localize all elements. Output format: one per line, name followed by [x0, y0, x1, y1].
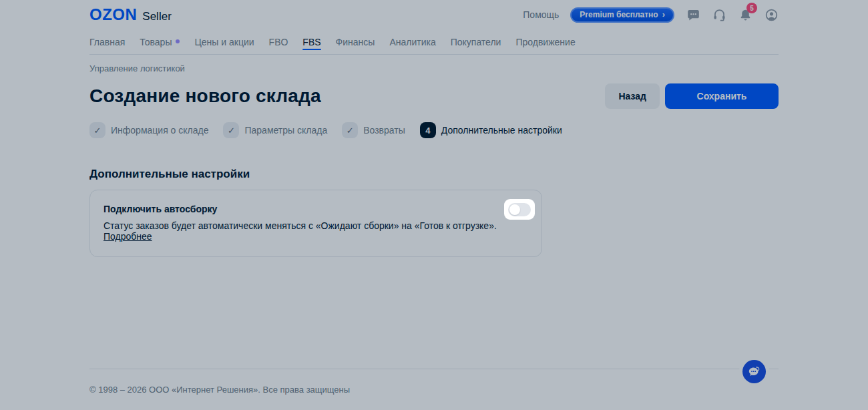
- notification-count-badge: 5: [746, 3, 757, 13]
- profile-button[interactable]: [764, 7, 779, 22]
- support-button[interactable]: [712, 7, 726, 22]
- toggle-highlight-box: [504, 199, 535, 220]
- chat-bubble-icon: [747, 365, 761, 379]
- seller-logo-text: Seller: [142, 10, 171, 23]
- nav-item-glavnaya[interactable]: Главная: [89, 29, 125, 54]
- main-nav: Главная Товары Цены и акции FBO FBS Фина…: [89, 29, 779, 55]
- nav-item-tovary[interactable]: Товары: [140, 29, 180, 54]
- step-warehouse-info[interactable]: ✓ Информация о складе: [89, 122, 208, 138]
- profile-icon: [765, 8, 779, 22]
- back-button[interactable]: Назад: [605, 83, 660, 109]
- autoassembly-card: Подключить автосборку Статус заказов буд…: [89, 190, 542, 257]
- nav-item-tseny-i-aktsii[interactable]: Цены и акции: [194, 29, 254, 54]
- page-title: Создание нового склада: [89, 85, 321, 107]
- check-icon: ✓: [342, 122, 358, 138]
- messages-button[interactable]: [686, 7, 700, 22]
- nav-item-analitika[interactable]: Аналитика: [389, 29, 435, 54]
- copyright-text: © 1998 – 2026 ООО «Интернет Решения». Вс…: [89, 385, 779, 395]
- breadcrumb[interactable]: Управление логистикой: [89, 63, 185, 73]
- chevron-right-icon: ›: [662, 9, 665, 19]
- step-additional-settings[interactable]: 4 Дополнительные настройки: [420, 122, 562, 138]
- premium-free-button[interactable]: Premium бесплатно ›: [570, 7, 674, 23]
- top-bar: OZON Seller Помощь Premium бесплатно ›: [89, 0, 779, 29]
- step-returns[interactable]: ✓ Возвраты: [342, 122, 405, 138]
- autoassembly-description: Статус заказов будет автоматически менят…: [103, 220, 528, 242]
- nav-item-prodvizhenie[interactable]: Продвижение: [515, 29, 575, 54]
- headset-icon: [712, 8, 726, 22]
- footer: © 1998 – 2026 ООО «Интернет Решения». Вс…: [89, 369, 779, 395]
- nav-item-finansy[interactable]: Финансы: [336, 29, 375, 54]
- notifications-button[interactable]: 5: [738, 7, 752, 22]
- messages-icon: [686, 8, 700, 22]
- new-indicator-dot: [176, 39, 180, 43]
- toggle-knob: [509, 204, 520, 215]
- nav-item-fbs[interactable]: FBS: [302, 29, 320, 54]
- help-link[interactable]: Помощь: [523, 9, 559, 20]
- step-warehouse-params[interactable]: ✓ Параметры склада: [223, 122, 327, 138]
- save-button[interactable]: Сохранить: [665, 83, 779, 109]
- top-bar-actions: Помощь Premium бесплатно ›: [523, 7, 779, 23]
- premium-free-label: Premium бесплатно: [580, 10, 658, 19]
- nav-item-pokupateli[interactable]: Покупатели: [451, 29, 501, 54]
- section-heading: Дополнительные настройки: [89, 168, 779, 181]
- more-details-link[interactable]: Подробнее: [103, 231, 152, 242]
- wizard-steps: ✓ Информация о складе ✓ Параметры склада…: [89, 122, 779, 138]
- step-number-badge: 4: [420, 122, 436, 138]
- title-buttons: Назад Сохранить: [605, 83, 779, 109]
- ozon-seller-logo[interactable]: OZON Seller: [89, 5, 172, 24]
- chat-widget-button[interactable]: [742, 360, 766, 383]
- check-icon: ✓: [89, 122, 105, 138]
- nav-item-fbo[interactable]: FBO: [269, 29, 288, 54]
- ozon-logo-text: OZON: [89, 5, 137, 24]
- autoassembly-toggle[interactable]: [508, 203, 531, 216]
- check-icon: ✓: [223, 122, 239, 138]
- autoassembly-title: Подключить автосборку: [103, 204, 528, 214]
- title-row: Создание нового склада Назад Сохранить: [89, 83, 779, 109]
